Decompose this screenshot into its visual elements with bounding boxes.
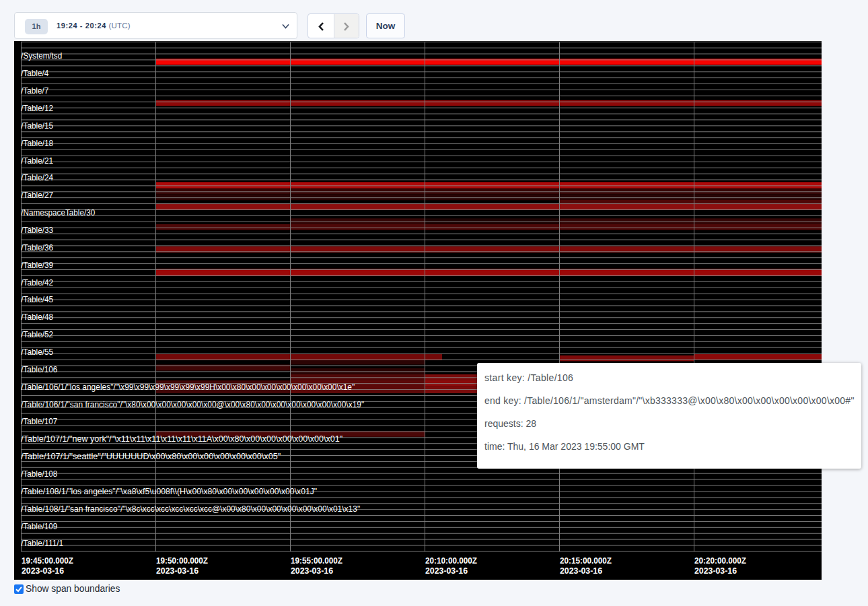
svg-text:/Table/7: /Table/7: [21, 86, 48, 96]
svg-text:/Table/45: /Table/45: [21, 294, 53, 304]
svg-text:/Table/4: /Table/4: [21, 68, 48, 78]
svg-text:2023-03-16: 2023-03-16: [694, 566, 737, 576]
svg-text:/Table/52: /Table/52: [21, 329, 53, 339]
svg-text:/System/tsd: /System/tsd: [21, 50, 62, 61]
svg-text:/Table/39: /Table/39: [21, 260, 53, 270]
svg-text:/Table/108/1/"san francisco"/": /Table/108/1/"san francisco"/"\x8c\xcc\x…: [21, 504, 360, 514]
svg-text:/Table/106: /Table/106: [21, 364, 57, 374]
svg-text:/Table/108: /Table/108: [21, 469, 57, 479]
svg-text:/Table/24: /Table/24: [21, 172, 53, 182]
svg-text:/Table/108/1/"los angeles"/"\x: /Table/108/1/"los angeles"/"\xa8\xf5\u00…: [21, 486, 317, 496]
svg-text:2023-03-16: 2023-03-16: [291, 566, 333, 576]
svg-text:/NamespaceTable/30: /NamespaceTable/30: [21, 207, 95, 217]
svg-text:/Table/36: /Table/36: [21, 242, 53, 252]
svg-text:/Table/21: /Table/21: [21, 156, 53, 166]
svg-text:20:10:00.000Z: 20:10:00.000Z: [425, 556, 477, 566]
svg-text:19:50:00.000Z: 19:50:00.000Z: [156, 556, 208, 566]
svg-text:/Table/48: /Table/48: [21, 312, 53, 322]
svg-text:/Table/107/1/"new york"/"\x11\: /Table/107/1/"new york"/"\x11\x11\x11\x1…: [21, 434, 342, 444]
svg-text:/Table/107/1/"seattle"/"UUUUUU: /Table/107/1/"seattle"/"UUUUUUD\x00\x80\…: [21, 451, 281, 461]
svg-text:20:20:00.000Z: 20:20:00.000Z: [694, 556, 746, 566]
svg-text:/Table/18: /Table/18: [21, 138, 53, 148]
svg-text:/Table/106/1/"los angeles"/"\x: /Table/106/1/"los angeles"/"\x99\x99\x99…: [21, 382, 355, 392]
svg-text:2023-03-16: 2023-03-16: [156, 566, 198, 576]
svg-text:2023-03-16: 2023-03-16: [22, 566, 64, 576]
svg-text:/Table/33: /Table/33: [21, 225, 53, 235]
svg-text:/Table/107: /Table/107: [21, 416, 57, 426]
svg-text:/Table/106/1/"san francisco"/": /Table/106/1/"san francisco"/"\x80\x00\x…: [21, 399, 364, 409]
svg-text:19:45:00.000Z: 19:45:00.000Z: [22, 556, 73, 566]
svg-text:2023-03-16: 2023-03-16: [425, 566, 468, 576]
svg-text:/Table/27: /Table/27: [21, 190, 53, 200]
svg-text:/Table/111/1: /Table/111/1: [21, 538, 63, 548]
svg-text:/Table/55: /Table/55: [21, 347, 53, 357]
svg-text:/Table/42: /Table/42: [21, 277, 53, 288]
svg-text:/Table/12: /Table/12: [21, 103, 53, 113]
svg-text:20:15:00.000Z: 20:15:00.000Z: [560, 556, 612, 566]
svg-text:/Table/109: /Table/109: [21, 521, 57, 531]
svg-text:/Table/15: /Table/15: [21, 121, 53, 131]
svg-text:2023-03-16: 2023-03-16: [560, 566, 602, 576]
svg-text:19:55:00.000Z: 19:55:00.000Z: [291, 556, 342, 566]
